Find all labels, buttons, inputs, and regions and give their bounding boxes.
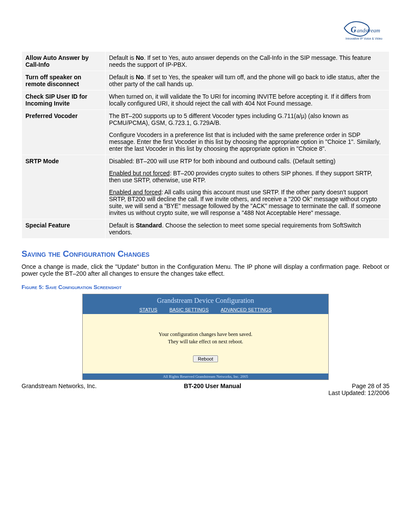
- row-label: SRTP Mode: [22, 155, 106, 219]
- screenshot-tabs: STATUSBASIC SETTINGSADVANCED SETTINGS: [83, 307, 328, 312]
- row-label: Special Feature: [22, 219, 106, 239]
- row-label: Turn off speaker on remote disconnect: [22, 71, 106, 90]
- table-row: Preferred VocoderThe BT–200 supports up …: [22, 110, 389, 155]
- footer-left: Grandstream Networks, Inc.: [22, 383, 97, 396]
- page-footer: Grandstream Networks, Inc. BT-200 User M…: [22, 383, 389, 396]
- table-row: Special FeatureDefault is Standard. Choo…: [22, 219, 389, 239]
- reboot-button[interactable]: Reboot: [193, 355, 218, 362]
- config-screenshot: Grandstream Device Configuration STATUSB…: [82, 294, 329, 380]
- table-row: Allow Auto Answer by Call-InfoDefault is…: [22, 52, 389, 71]
- row-description: The BT–200 supports up to 5 different Vo…: [106, 110, 389, 155]
- screenshot-title: Grandstream Device Configuration: [83, 297, 328, 305]
- row-description: Default is No. If set to Yes, auto answe…: [106, 52, 389, 71]
- row-description: Default is Standard. Choose the selectio…: [106, 219, 389, 239]
- row-description: Default is No. If set to Yes, the speake…: [106, 71, 389, 90]
- brand-logo: G andstream Innovative IP Voice & Video: [22, 17, 389, 43]
- table-row: SRTP ModeDisabled: BT–200 will use RTP f…: [22, 155, 389, 219]
- row-description: When turned on, it will validate the To …: [106, 90, 389, 110]
- footer-center: BT-200 User Manual: [184, 383, 241, 396]
- section-body: Once a change is made, click the "Update…: [22, 263, 389, 277]
- logo-tagline: Innovative IP Voice & Video: [346, 37, 383, 40]
- row-description: Disabled: BT–200 will use RTP for both i…: [106, 155, 389, 219]
- footer-right: Page 28 of 35 Last Updated: 12/2006: [328, 383, 389, 396]
- row-label: Allow Auto Answer by Call-Info: [22, 52, 106, 71]
- tab-status[interactable]: STATUS: [139, 307, 157, 312]
- tab-advanced-settings[interactable]: ADVANCED SETTINGS: [221, 307, 271, 312]
- tab-basic-settings[interactable]: BASIC SETTINGS: [169, 307, 209, 312]
- table-row: Turn off speaker on remote disconnectDef…: [22, 71, 389, 90]
- screenshot-footer: All Rights Reserved Grandstream Networks…: [83, 373, 328, 380]
- svg-text:G: G: [351, 25, 356, 34]
- screenshot-msg-1: Your configuration changes have been sav…: [91, 331, 320, 338]
- section-heading: Saving the Configuration Changes: [22, 249, 389, 259]
- table-row: Check SIP User ID for Incoming InviteWhe…: [22, 90, 389, 110]
- figure-caption: Figure 5: Save Configuration Screenshot: [22, 284, 389, 290]
- screenshot-header: Grandstream Device Configuration STATUSB…: [83, 294, 328, 314]
- row-label: Check SIP User ID for Incoming Invite: [22, 90, 106, 110]
- screenshot-body: Your configuration changes have been sav…: [83, 314, 328, 373]
- config-table: Allow Auto Answer by Call-InfoDefault is…: [22, 51, 389, 239]
- svg-text:andstream: andstream: [357, 27, 380, 34]
- row-label: Preferred Vocoder: [22, 110, 106, 155]
- screenshot-msg-2: They will take effect on next reboot.: [91, 339, 320, 345]
